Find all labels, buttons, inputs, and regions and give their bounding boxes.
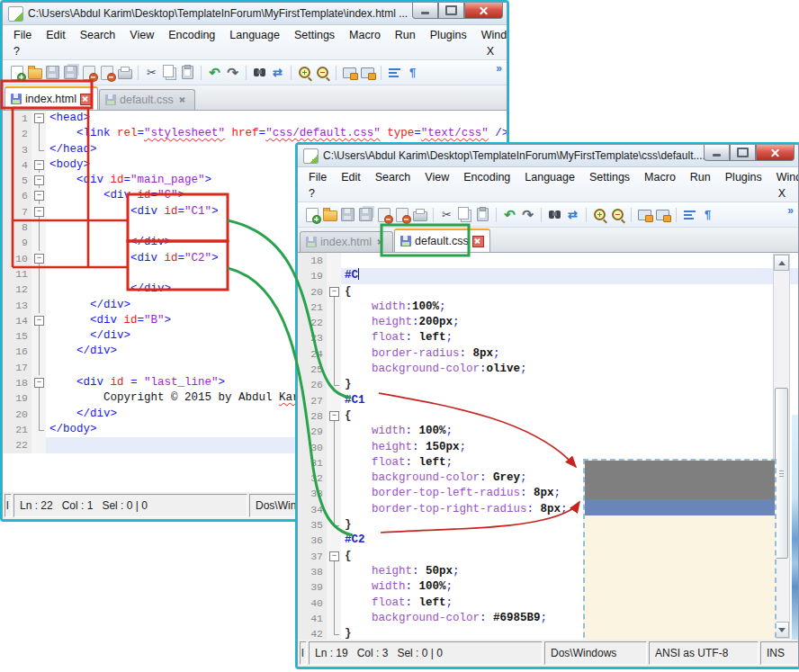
maximize-button[interactable] (438, 3, 464, 19)
menu-plugins[interactable]: Plugins (718, 171, 769, 184)
code-line[interactable]: 23 float: left; (298, 330, 798, 345)
menu-search[interactable]: Search (73, 29, 123, 41)
code-line[interactable]: 2 <link rel="stylesheet" href="css/defau… (3, 126, 507, 141)
save-file-icon[interactable] (44, 64, 61, 81)
fold-margin[interactable]: − (327, 284, 341, 300)
fold-collapse-icon[interactable]: − (34, 191, 44, 201)
tab-close-icon[interactable] (472, 236, 484, 247)
fold-margin[interactable]: − (327, 408, 341, 424)
menu-help[interactable]: ? (13, 45, 20, 58)
cut-icon[interactable]: ✂ (438, 206, 455, 223)
zoom-out-icon[interactable] (314, 64, 331, 81)
fold-margin[interactable]: − (31, 251, 46, 266)
code-line[interactable]: 29 width: 100%; (298, 424, 798, 439)
fold-margin[interactable]: − (327, 549, 341, 564)
zoom-out-icon[interactable] (609, 206, 626, 223)
sync-vertical-scrolling-icon[interactable] (636, 206, 653, 223)
new-file-icon[interactable] (303, 206, 320, 223)
menu-window[interactable]: Window (474, 29, 507, 41)
tab-close-icon[interactable] (177, 94, 189, 106)
fold-collapse-icon[interactable]: − (329, 287, 339, 297)
fold-margin[interactable]: − (31, 173, 46, 188)
save-all-icon[interactable] (357, 206, 374, 223)
menu-help[interactable]: ? (309, 187, 315, 200)
close-button[interactable] (464, 3, 503, 19)
close-button[interactable] (756, 145, 795, 161)
scrollbar-thumb[interactable] (775, 388, 788, 559)
menu-search[interactable]: Search (368, 171, 418, 184)
minimize-button[interactable] (412, 3, 438, 19)
titlebar[interactable]: C:\Users\Abdul Karim\Desktop\TemplateInF… (298, 145, 798, 167)
save-all-icon[interactable] (62, 64, 79, 81)
code-line[interactable]: 19#C (298, 268, 798, 283)
zoom-in-icon[interactable] (591, 206, 608, 223)
new-file-icon[interactable] (8, 64, 25, 81)
fold-collapse-icon[interactable]: − (34, 175, 44, 185)
minimize-button[interactable] (704, 145, 730, 161)
menu-plugins[interactable]: Plugins (423, 29, 474, 41)
fold-collapse-icon[interactable]: − (34, 160, 44, 170)
fold-collapse-icon[interactable]: − (34, 316, 44, 326)
fold-collapse-icon[interactable]: − (34, 113, 44, 123)
fold-margin[interactable]: − (31, 375, 46, 390)
code-line[interactable]: 22 height:200px; (298, 315, 798, 330)
tab-default-css[interactable]: default.css (394, 228, 490, 252)
menu-settings[interactable]: Settings (287, 29, 342, 41)
open-file-icon[interactable] (321, 206, 338, 223)
menu-settings[interactable]: Settings (582, 171, 637, 184)
menu-view[interactable]: View (122, 29, 161, 41)
show-all-characters-icon[interactable]: ¶ (699, 206, 716, 223)
redo-icon[interactable]: ↷ (519, 206, 536, 223)
copy-icon[interactable] (456, 206, 473, 223)
tab-index-html[interactable]: index.html (4, 86, 98, 110)
print-icon[interactable] (116, 64, 133, 81)
word-wrap-icon[interactable] (681, 206, 698, 223)
save-file-icon[interactable] (339, 206, 356, 223)
replace-icon[interactable]: ⇄ (269, 64, 286, 81)
close-all-icon[interactable] (393, 206, 410, 223)
show-all-characters-icon[interactable]: ¶ (404, 64, 421, 81)
code-line[interactable]: 24 border-radius: 8px; (298, 346, 798, 362)
redo-icon[interactable]: ↷ (224, 64, 241, 81)
titlebar[interactable]: C:\Users\Abdul Karim\Desktop\TemplateInF… (3, 3, 507, 25)
close-file-icon[interactable] (80, 64, 97, 81)
tab-index-html[interactable]: index.html (300, 231, 393, 252)
close-document-x[interactable]: X (487, 45, 494, 58)
toolbar-overflow-chevron[interactable]: » (496, 62, 502, 75)
tab-close-icon[interactable] (80, 94, 92, 105)
menu-macro[interactable]: Macro (342, 29, 388, 41)
cut-icon[interactable]: ✂ (143, 64, 160, 81)
tab-default-css[interactable]: default.css (99, 89, 195, 110)
menu-language[interactable]: Language (222, 29, 287, 41)
code-line[interactable]: 26} (298, 377, 798, 392)
menu-window[interactable]: Window (769, 171, 799, 184)
fold-margin[interactable]: − (31, 111, 46, 126)
menu-run[interactable]: Run (683, 171, 718, 184)
menu-macro[interactable]: Macro (637, 171, 683, 184)
menu-file[interactable]: File (301, 171, 334, 184)
print-icon[interactable] (411, 206, 428, 223)
paste-icon[interactable] (474, 206, 491, 223)
menu-encoding[interactable]: Encoding (456, 171, 517, 184)
code-line[interactable]: 28−{ (298, 408, 798, 424)
fold-collapse-icon[interactable]: − (34, 254, 44, 264)
close-file-icon[interactable] (375, 206, 392, 223)
menu-file[interactable]: File (6, 29, 39, 41)
code-line[interactable]: 30 height: 150px; (298, 440, 798, 455)
word-wrap-icon[interactable] (386, 64, 403, 81)
fold-margin[interactable]: − (31, 157, 46, 173)
maximize-button[interactable] (730, 145, 756, 161)
close-document-x[interactable]: X (778, 187, 786, 200)
find-icon[interactable] (546, 206, 563, 223)
sync-horizontal-scrolling-icon[interactable] (359, 64, 376, 81)
fold-collapse-icon[interactable]: − (34, 378, 44, 388)
code-line[interactable]: 25 background-color:olive; (298, 362, 798, 377)
copy-icon[interactable] (161, 64, 178, 81)
code-line[interactable]: 21 width:100%; (298, 300, 798, 315)
menu-language[interactable]: Language (517, 171, 582, 184)
tab-close-icon[interactable] (375, 237, 387, 248)
code-line[interactable]: 18 (298, 253, 798, 268)
menu-run[interactable]: Run (388, 29, 423, 41)
zoom-in-icon[interactable] (296, 64, 313, 81)
menu-view[interactable]: View (417, 171, 456, 184)
